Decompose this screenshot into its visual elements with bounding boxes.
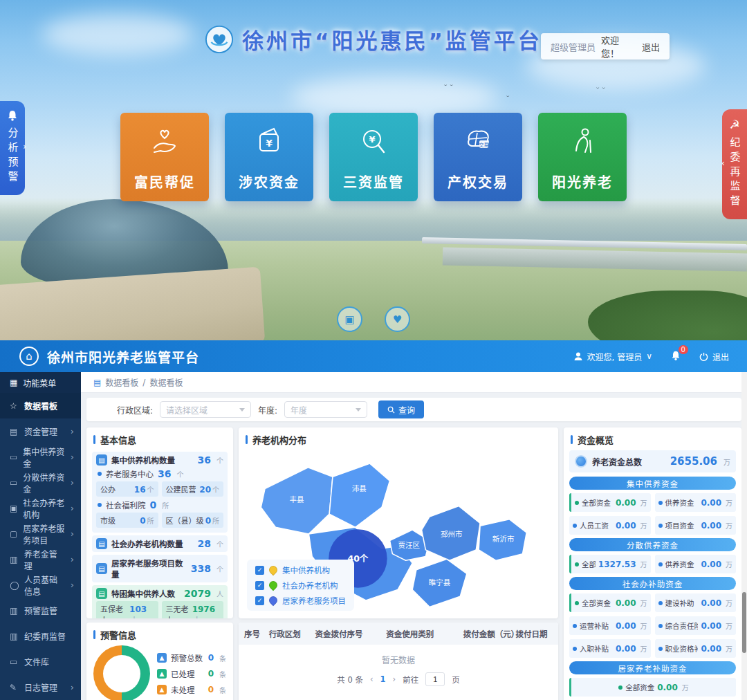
bird: ⌄	[505, 93, 510, 98]
notification-bell[interactable]: 0	[670, 350, 681, 363]
menu-header-label: 功能菜单	[23, 377, 56, 389]
sidebar-item-fund-management[interactable]: ▤ 资金管理 ›	[0, 418, 81, 444]
centralized-support-count-block: ▤ 特困集中供养人数 2079 人 五保老人 103人 三无老人 1976人	[92, 585, 228, 618]
warning-handled-row: ▲ 已处理 0 条	[157, 668, 226, 679]
district-label: 丰县	[290, 495, 304, 504]
legend-centralized-institutions[interactable]: ✓ 集中供养机构	[255, 564, 346, 575]
region-select[interactable]: 请选择区域	[160, 401, 251, 418]
sidebar-item-pension-management[interactable]: ▥ 养老金管理 ›	[0, 546, 81, 572]
table-header-row: 序号 行政区划 资金拨付序号 资金使用类别 拨付金额（元） 拨付日期	[239, 623, 558, 645]
tile-yangguang-yanglao[interactable]: 阳光养老	[538, 113, 627, 201]
fund-cell: 项目资金0.00万	[655, 516, 737, 535]
sidebar-item-file-library[interactable]: ▭ 文件库	[0, 649, 81, 674]
heart-hands-icon[interactable]: ♥	[385, 306, 410, 332]
sidebar-item-data-board[interactable]: ☆ 数据看板	[0, 393, 81, 418]
sidebar-item-home-care-projects[interactable]: ▢ 居家养老服务项目 ›	[0, 521, 81, 546]
sidebar-item-log-management[interactable]: ✎ 日志管理 ›	[0, 674, 81, 700]
stat-chip: 五保老人 103人	[96, 601, 158, 618]
chevron-right-icon: ›	[71, 554, 74, 564]
funds-title: 资金概览	[564, 427, 741, 449]
search-button[interactable]: 查询	[378, 400, 424, 418]
sidebar-item-decentralized-funds[interactable]: ▭ 分散供养资金 ›	[0, 470, 81, 495]
stat-chip: 三无老人 1976人	[162, 601, 224, 618]
next-page-button[interactable]: ›	[393, 674, 396, 684]
bell-icon	[6, 109, 19, 122]
goto-page-input[interactable]	[425, 672, 445, 686]
checkbox-checked[interactable]: ✓	[255, 581, 264, 590]
welcome-user-text: 欢迎您, 管理员	[587, 351, 643, 362]
chevron-right-icon: ›	[71, 682, 74, 692]
col-fund-serial: 资金拨付序号	[315, 628, 387, 639]
checkbox-checked[interactable]: ✓	[255, 566, 264, 575]
sidebar-item-centralized-funds[interactable]: ▭ 集中供养资金 ›	[0, 444, 81, 470]
scrollbar-thumb[interactable]	[742, 592, 746, 653]
tile-label: 产权交易	[448, 172, 508, 192]
fund-cell: 运营补贴0.00万	[569, 616, 651, 635]
chevron-right-icon: ›	[71, 452, 74, 462]
institution-distribution-card: 养老机构分布 丰县 沛县 贾汪区 邳州市	[239, 427, 558, 618]
sidebar-item-warning-supervision[interactable]: ▥ 预警监管	[0, 598, 81, 623]
year-filter-label: 年度:	[258, 404, 277, 416]
breadcrumb-part2: 数据看板	[149, 376, 183, 388]
year-select[interactable]: 年度	[284, 401, 367, 418]
tile-fumin-bangcu[interactable]: 富民帮促	[120, 113, 209, 201]
legend-home-care-projects[interactable]: ✓ 居家养老服务项目	[255, 595, 346, 606]
hero-logout-button[interactable]: 退出	[642, 40, 660, 53]
tile-label: 阳光养老	[552, 172, 613, 192]
sidebar-item-discipline-supervision[interactable]: ▥ 纪委再监督	[0, 623, 81, 649]
user-menu[interactable]: 欢迎您, 管理员 ∨	[573, 351, 652, 362]
chevron-right-icon: ›	[23, 142, 26, 151]
breadcrumb: ▤ 数据看板 / 数据看板	[81, 372, 747, 393]
page-scrollbar[interactable]	[741, 372, 747, 700]
discipline-supervision-badge[interactable]: ☭ 纪委再监督 ‹	[722, 109, 747, 219]
analysis-warning-badge[interactable]: 分析预警 ›	[0, 101, 25, 195]
logout-button[interactable]: 退出	[699, 351, 729, 362]
doc-icon: ▤	[96, 563, 107, 574]
wallet-yuan-icon: ¥	[249, 122, 289, 162]
breadcrumb-part1[interactable]: 数据看板	[105, 376, 138, 388]
legend-social-institutions[interactable]: ✓ 社会办养老机构	[255, 580, 346, 591]
chevron-down-icon	[239, 408, 245, 412]
heart-in-hand-icon	[145, 122, 185, 162]
ledger-icon: ▥	[10, 555, 19, 564]
id-card-icon[interactable]: ▣	[337, 306, 362, 332]
party-emblem-icon: ☭	[729, 118, 739, 131]
ledger-icon: ▤	[10, 427, 19, 436]
sidebar-menu-header: ▦ 功能菜单	[0, 372, 81, 393]
checkbox-checked[interactable]: ✓	[255, 596, 264, 605]
chevron-right-icon: ›	[71, 528, 74, 539]
sidebar-item-personnel-info[interactable]: ◯ 人员基础信息 ›	[0, 572, 81, 598]
table-empty-text: 暂无数据	[239, 645, 558, 672]
dashboard-header: ⌂ 徐州市阳光养老监管平台 欢迎您, 管理员 ∨ 0	[0, 340, 747, 372]
tile-sanzi-jianguan[interactable]: ¥ 三资监管	[329, 113, 418, 201]
current-page[interactable]: 1	[380, 674, 386, 684]
chevron-down-icon	[356, 408, 361, 412]
tile-chanquan-jiaoyi[interactable]: 交易 产权交易	[434, 113, 522, 201]
screen-icon: ▥	[10, 632, 19, 641]
star-icon: ☆	[10, 401, 19, 411]
doc-icon: ▤	[96, 588, 107, 599]
building-icon: ▣	[10, 504, 17, 513]
tile-label: 富民帮促	[134, 172, 195, 192]
social-institutions-count-block: ▤ 社会办养老机构数量 28 个	[92, 535, 228, 552]
sidebar-item-social-institutions[interactable]: ▣ 社会办养老机构 ›	[0, 495, 81, 521]
tile-label: 三资监管	[343, 172, 404, 192]
fund-cell: 综合责任险0.00万	[655, 616, 737, 635]
prev-page-button[interactable]: ‹	[370, 674, 374, 684]
sidebar: ▦ 功能菜单 ☆ 数据看板 ▤ 资金管理 › ▭ 集中供养资金 › ▭ 分散供养…	[0, 372, 81, 700]
map-title: 养老机构分布	[239, 427, 558, 449]
elderly-person-icon	[562, 122, 602, 162]
user-icon	[573, 351, 583, 361]
section-band-decentralized: 分散供养资金	[569, 538, 736, 551]
chevron-down-icon: ∨	[646, 351, 652, 361]
fund-cell: 全部资金0.00万	[569, 493, 651, 512]
doc-icon: ▤	[96, 538, 107, 549]
trade-network-icon: 交易	[458, 122, 498, 162]
user-role: 超级管理员	[551, 40, 596, 53]
hero-user-box: 超级管理员 欢迎您！ 退出	[541, 33, 670, 59]
col-region: 行政区划	[269, 628, 315, 639]
tile-shenong-zijin[interactable]: ¥ 涉农资金	[225, 113, 313, 201]
cloud	[290, 76, 498, 118]
district-label: 邳州市	[441, 530, 463, 538]
hero-title: 徐州市“阳光惠民”监管平台	[242, 24, 542, 55]
